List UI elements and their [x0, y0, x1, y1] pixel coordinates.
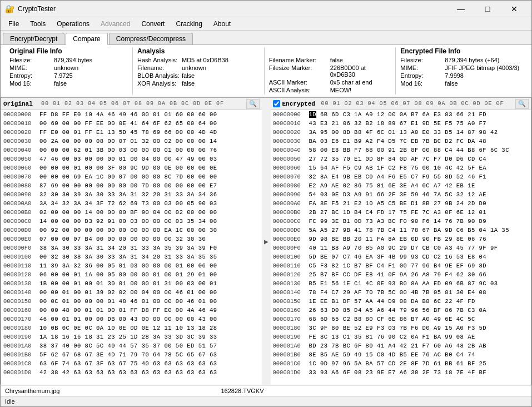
table-row: 000000C0FC 99 3E B1 0D 73 A3 BC F0 90 F6… [271, 217, 531, 226]
hex-bytes: 00 00 01 00 01 39 02 02 00 04 00 00 46 0… [39, 289, 260, 296]
table-row: 000000C014 00 00 00 D3 92 91 00 03 00 00… [1, 217, 262, 226]
maximize-button[interactable]: □ [475, 3, 500, 14]
table-row: 000001D042 38 42 63 63 63 63 63 63 63 63… [1, 368, 262, 377]
menu-convert[interactable]: Convert [136, 17, 170, 30]
close-button[interactable]: ✕ [501, 3, 527, 14]
hex-offset: 00000130 [3, 280, 39, 287]
original-hex-header: Original 00 01 02 03 04 05 06 07 08 09 0… [1, 98, 262, 110]
hex-bytes: 63 6F 74 63 67 3F 63 67 75 40 63 63 63 6… [39, 360, 260, 367]
title-bar-controls: — □ ✕ [448, 3, 527, 14]
status-text: Idle [5, 398, 15, 405]
table-row: 0000007032 8A E4 9B EB C0 A4 F6 E5 C7 F9… [271, 172, 531, 181]
hex-offset: 00000140 [273, 289, 309, 296]
table-row: 000000001D 6B 6D C3 1A A9 12 00 0A B7 6A… [271, 110, 531, 119]
table-row: 0000009054 03 0E D3 A9 91 66 2F 3E 59 46… [271, 190, 531, 199]
hex-bytes: 1A 18 16 16 18 31 23 25 1D 28 3A 33 3D 3… [39, 334, 260, 340]
hex-bytes: BD 23 7B BC 6F 80 41 A4 42 21 F7 60 A6 4… [309, 343, 529, 349]
encrypted-filename: 162828.TVGKV [221, 388, 263, 394]
hex-bytes: 38 37 40 00 8C 5C 40 44 57 35 37 00 50 E… [39, 343, 260, 349]
hex-offset: 000001D0 [3, 369, 39, 376]
table-row: 000000A0FA 8E F5 21 E2 10 A5 C5 BE D1 8B… [271, 199, 531, 208]
hex-offset: 000001A0 [3, 343, 39, 349]
original-zoom-button[interactable]: 🔍 [246, 99, 260, 109]
hex-bytes: 1E EE B1 DF 57 AA 44 D9 08 DA B8 6C 22 4… [309, 298, 529, 305]
encrypted-hex-content[interactable]: 000000001D 6B 6D C3 1A A9 12 00 0A B7 6A… [271, 110, 531, 385]
encrypted-hex-panel: Encrypted 00 01 02 03 04 05 06 07 08 09 … [271, 97, 532, 385]
menu-file[interactable]: File [3, 17, 24, 30]
table-row: 000001C01C 0D 97 96 5A BA 57 CD 2E 8F 7D… [271, 359, 531, 368]
hex-bytes: 5F 62 67 68 67 3E 4D 71 79 70 64 78 5C 6… [39, 351, 260, 358]
hex-offset: 00000030 [273, 138, 309, 145]
table-row: 0000010000 32 30 38 3A 30 33 3A 31 34 20… [1, 252, 262, 261]
hex-offset: 00000050 [3, 156, 39, 162]
table-row: 0000016000 00 48 00 01 01 00 01 FF D8 FF… [1, 306, 262, 315]
table-row: 0000004000 00 00 62 01 3B 00 03 00 00 00… [1, 146, 262, 155]
encrypted-file-info: Encrypted File Info Filesize:879,394 byt… [396, 47, 527, 95]
hex-bytes: 32 30 30 39 3A 30 33 3A 31 32 20 31 33 3… [39, 191, 260, 198]
hex-bytes: 10 0B 0C 0E 0C 0A 10 0E 0D 0E 12 11 10 1… [39, 325, 260, 331]
hex-offset: 00000180 [3, 325, 39, 331]
encrypted-zoom-button[interactable]: 🔍 [515, 99, 529, 109]
hex-bytes: 3C 9F 80 BE 52 E9 F3 03 7B F6 D0 A9 15 A… [309, 325, 529, 331]
tab-compare[interactable]: Compare [66, 33, 107, 45]
hex-offset: 00000160 [273, 307, 309, 314]
tab-compress-decompress[interactable]: Compress/Decompress [109, 33, 193, 44]
original-hex-panel: Original 00 01 02 03 04 05 06 07 08 09 0… [1, 97, 262, 385]
hex-offset: 00000190 [273, 334, 309, 340]
menu-cracking[interactable]: Cracking [170, 17, 207, 30]
table-row: 000001B05F 62 67 68 67 3E 4D 71 79 70 64… [1, 350, 262, 359]
hex-offset: 00000120 [273, 271, 309, 278]
title-bar-title: CryptoTester [18, 5, 56, 13]
analysis-section: Analysis Hash Analysis:MD5 at 0xD6B38 Fi… [133, 47, 265, 95]
hex-offset: 00000080 [3, 182, 39, 189]
original-hex-content[interactable]: 00000000FF D8 FF E0 10 4A 46 49 46 00 01… [1, 110, 262, 385]
table-row: 0000014000 00 01 00 01 39 02 02 00 04 00… [1, 288, 262, 297]
table-row: 0000012025 B7 BF CC DF E8 41 0F 9A 26 A8… [271, 270, 531, 279]
hex-bytes: 00 32 30 38 3A 30 33 3A 31 34 20 31 33 3… [39, 254, 260, 260]
hex-offset: 000000A0 [3, 200, 39, 207]
table-row: 000000F038 3A 30 33 3A 31 34 20 31 33 3A… [1, 244, 262, 252]
encrypted-checkbox[interactable] [273, 100, 280, 107]
minimize-button[interactable]: — [448, 3, 474, 14]
hex-bytes: 3A 95 00 8D B8 4F 6C 01 13 A0 E0 33 D5 1… [309, 129, 529, 136]
menu-tools[interactable]: Tools [24, 17, 51, 30]
tab-bar: Encrypt/Decrypt Compare Compress/Decompr… [1, 31, 531, 45]
hex-offset: 00000150 [273, 298, 309, 305]
hex-offset: 000000F0 [3, 245, 39, 251]
hex-offset: 000000C0 [273, 218, 309, 225]
menu-about[interactable]: About [208, 17, 236, 30]
hex-divider[interactable]: ▶ [262, 97, 271, 385]
hex-bytes: 43 E3 21 06 32 B2 18 89 67 E1 9D 5E F5 7… [309, 120, 529, 127]
hex-bytes: 27 72 35 70 E1 0D 8F 84 0D AF 7C F7 D0 D… [309, 156, 529, 162]
filename-bar: Chrysanthemum.jpg 162828.TVGKV [1, 385, 531, 396]
table-row: 000001501E EE B1 DF 57 AA 44 D9 08 DA B8… [271, 297, 531, 306]
hex-bytes: 58 00 E8 BB F7 68 00 91 2B 8F 00 88 C4 4… [309, 147, 529, 153]
table-row: 000001803C 9F 80 BE 52 E9 F3 03 7B F6 D0… [271, 324, 531, 332]
hex-offset: 00000090 [3, 191, 39, 198]
hex-offset: 00000040 [3, 147, 39, 153]
hex-bytes: 26 63 D0 85 D4 A5 A6 44 79 96 56 BF 86 7… [309, 307, 529, 314]
hex-bytes: 1B 00 00 01 00 01 30 01 00 00 01 31 00 0… [39, 280, 260, 287]
table-row: 000001901A 18 16 16 18 31 23 25 1D 28 3A… [1, 332, 262, 341]
hex-offset: 00000150 [3, 298, 39, 305]
hex-bytes: 02 00 00 00 14 00 00 00 BF 90 04 00 02 0… [39, 209, 260, 216]
hex-offset: 000000E0 [3, 236, 39, 242]
hex-offset: 000000C0 [3, 218, 39, 225]
table-row: 0000005047 46 00 03 00 00 00 01 00 04 00… [1, 155, 262, 163]
hex-bytes: 00 2A 00 00 00 08 00 07 01 32 00 02 00 0… [39, 138, 260, 145]
menu-advanced[interactable]: Advanced [95, 17, 136, 30]
menu-operations[interactable]: Operations [51, 17, 95, 30]
hex-bytes: 00 0C 01 00 00 00 01 48 46 01 00 00 00 4… [39, 298, 260, 305]
highlighted-byte: 1D [309, 111, 317, 118]
encrypted-hex-header: Encrypted 00 01 02 03 04 05 06 07 08 09 … [271, 98, 531, 110]
table-row: 0000006015 64 AF F5 C9 AB 1F C2 F8 75 00… [271, 163, 531, 172]
hex-offset: 000001A0 [273, 343, 309, 349]
hex-bytes: 46 00 01 01 00 00 DB 00 43 00 00 00 00 0… [39, 316, 260, 322]
tab-encrypt-decrypt[interactable]: Encrypt/Decrypt [3, 33, 64, 44]
hex-bytes: 47 46 00 03 00 00 00 01 00 04 00 00 47 4… [39, 156, 260, 162]
hex-offset: 000000B0 [273, 209, 309, 216]
table-row: 000000E007 00 00 07 B4 00 00 00 00 00 00… [1, 235, 262, 244]
table-row: 00000080E2 A9 AE 02 86 75 81 6E 3E A4 0C… [271, 181, 531, 190]
table-row: 0000015000 0C 01 00 00 00 01 48 46 01 00… [1, 297, 262, 306]
hex-offset: 00000110 [273, 262, 309, 269]
